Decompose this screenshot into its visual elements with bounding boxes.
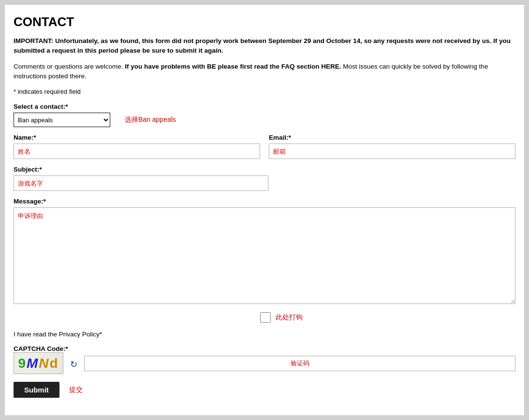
select-container: Ban appeals General inquiry Technical su… bbox=[14, 113, 515, 127]
captcha-char-4: d bbox=[50, 356, 59, 371]
page-container: CONTACT IMPORTANT: Unfortunately, as we … bbox=[5, 5, 524, 415]
refresh-icon[interactable]: ↻ bbox=[70, 359, 77, 370]
captcha-char-2: M bbox=[27, 356, 39, 371]
email-input[interactable] bbox=[269, 144, 515, 159]
select-hint: 选择Ban appeals bbox=[125, 116, 176, 124]
email-label: Email:* bbox=[269, 134, 515, 141]
description: Comments or questions are welcome. If yo… bbox=[14, 62, 515, 82]
required-note: * indicates required field bbox=[14, 88, 515, 95]
important-notice: IMPORTANT: Unfortunately, as we found, t… bbox=[14, 36, 515, 56]
select-contact-group: Select a contact:* Ban appeals General i… bbox=[14, 103, 515, 127]
select-contact-label: Select a contact:* bbox=[14, 103, 515, 110]
captcha-refresh-wrapper: ↻ bbox=[70, 357, 77, 370]
submit-hint: 提交 bbox=[69, 386, 83, 394]
subject-group: Subject:* bbox=[14, 166, 515, 191]
submit-button[interactable]: Submit bbox=[14, 382, 59, 398]
captcha-text: 9 M N d bbox=[14, 353, 63, 374]
message-group: Message:* bbox=[14, 198, 515, 305]
subject-input[interactable] bbox=[14, 175, 268, 191]
captcha-image: 9 M N d bbox=[14, 352, 63, 374]
name-email-row: Name:* Email:* bbox=[14, 134, 515, 159]
checkbox-hint: 此处打钩 bbox=[276, 313, 303, 322]
captcha-section: CAPTCHA Code:* 9 M N d ↻ bbox=[14, 345, 515, 374]
privacy-label: I have read the Privacy Policy* bbox=[14, 331, 515, 338]
captcha-input[interactable] bbox=[84, 356, 515, 371]
checkbox-row: 此处打钩 bbox=[14, 312, 515, 323]
captcha-row: 9 M N d ↻ bbox=[14, 352, 515, 374]
captcha-char-1: 9 bbox=[18, 356, 27, 371]
message-textarea[interactable] bbox=[14, 207, 515, 304]
subject-label: Subject:* bbox=[14, 166, 515, 173]
name-label: Name:* bbox=[14, 134, 260, 141]
page-title: CONTACT bbox=[14, 14, 515, 29]
contact-select[interactable]: Ban appeals General inquiry Technical su… bbox=[14, 113, 110, 127]
submit-row: Submit 提交 bbox=[14, 382, 515, 398]
email-col: Email:* bbox=[269, 134, 515, 159]
name-input[interactable] bbox=[14, 144, 260, 159]
message-label: Message:* bbox=[14, 198, 515, 205]
captcha-label: CAPTCHA Code:* bbox=[14, 345, 68, 352]
captcha-char-3: N bbox=[39, 356, 49, 371]
privacy-checkbox[interactable] bbox=[260, 312, 271, 323]
name-col: Name:* bbox=[14, 134, 260, 159]
